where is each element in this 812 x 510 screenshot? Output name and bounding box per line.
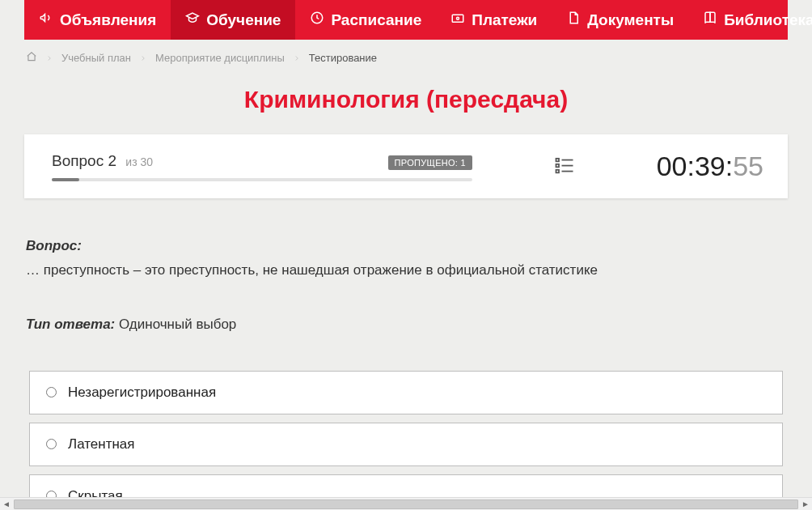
timer-seconds: 55 <box>733 151 763 181</box>
nav-payments[interactable]: Платежи <box>436 0 552 40</box>
answer-type-label: Тип ответа: <box>26 317 115 332</box>
breadcrumb-home[interactable] <box>26 51 37 65</box>
status-panel: Вопрос 2 из 30 ПРОПУЩЕНО: 1 <box>24 134 788 198</box>
option-label: Латентная <box>68 436 135 453</box>
book-icon <box>703 11 717 29</box>
breadcrumb: Учебный план Мероприятие дисциплины Тест… <box>24 40 788 74</box>
nav-documents[interactable]: Документы <box>552 0 688 40</box>
nav-label: Документы <box>587 11 674 29</box>
top-nav: Объявления Обучение Расписание Платежи <box>24 0 788 40</box>
timer: 00:39:55 <box>657 151 763 182</box>
chevron-right-icon <box>45 54 53 62</box>
radio-input[interactable] <box>46 491 57 497</box>
svg-rect-7 <box>556 169 559 172</box>
svg-rect-3 <box>556 158 559 161</box>
progress-fill <box>52 178 79 181</box>
question-number-label: Вопрос 2 из 30 <box>52 152 153 169</box>
nav-label: Библиотека <box>724 11 812 29</box>
nav-label: Платежи <box>472 11 537 29</box>
page-viewport[interactable]: Объявления Обучение Расписание Платежи <box>0 0 812 497</box>
svg-rect-5 <box>556 164 559 167</box>
question-list-toggle[interactable] <box>552 154 577 180</box>
horizontal-scrollbar[interactable]: ◄ ► <box>0 497 812 510</box>
breadcrumb-link[interactable]: Мероприятие дисциплины <box>155 52 285 64</box>
answer-type-value: Одиночный выбор <box>115 317 236 332</box>
nav-schedule[interactable]: Расписание <box>295 0 436 40</box>
question-label: Вопрос: <box>26 236 783 257</box>
graduation-cap-icon <box>185 11 200 29</box>
question-text: … преступность – это преступность, не на… <box>26 260 783 281</box>
timer-main: 00:39: <box>657 151 734 181</box>
answer-option[interactable]: Скрытая <box>29 474 783 498</box>
radio-input[interactable] <box>46 439 57 449</box>
option-label: Скрытая <box>68 488 123 498</box>
answer-options: Незарегистрированная Латентная Скрытая <box>24 371 788 498</box>
scroll-track[interactable] <box>14 499 798 509</box>
svg-rect-1 <box>452 15 463 22</box>
breadcrumb-current: Тестирование <box>309 52 377 64</box>
nav-education[interactable]: Обучение <box>171 0 295 40</box>
megaphone-icon <box>39 11 53 29</box>
question-block: Вопрос: … преступность – это преступност… <box>24 198 788 335</box>
question-progress: Вопрос 2 из 30 ПРОПУЩЕНО: 1 <box>52 152 472 181</box>
breadcrumb-link[interactable]: Учебный план <box>61 52 131 64</box>
skipped-badge: ПРОПУЩЕНО: 1 <box>388 155 472 170</box>
nav-library[interactable]: Библиотека <box>688 0 812 40</box>
answer-option[interactable]: Незарегистрированная <box>29 371 783 414</box>
nav-label: Объявления <box>60 11 156 29</box>
nav-label: Расписание <box>331 11 421 29</box>
document-icon <box>566 11 581 29</box>
scroll-left-arrow[interactable]: ◄ <box>0 498 13 511</box>
option-label: Незарегистрированная <box>68 385 216 401</box>
radio-input[interactable] <box>46 387 57 397</box>
home-icon <box>26 53 37 65</box>
nav-label: Обучение <box>206 11 281 29</box>
chevron-right-icon <box>139 54 147 62</box>
answer-option[interactable]: Латентная <box>29 423 783 466</box>
list-icon <box>552 165 577 179</box>
progress-bar <box>52 178 472 181</box>
chevron-right-icon <box>293 54 301 62</box>
svg-point-2 <box>457 17 459 19</box>
nav-announcements[interactable]: Объявления <box>24 0 171 40</box>
payment-icon <box>450 11 465 29</box>
page-title: Криминология (пересдача) <box>24 74 788 134</box>
clock-icon <box>310 11 324 29</box>
scroll-right-arrow[interactable]: ► <box>799 498 812 511</box>
